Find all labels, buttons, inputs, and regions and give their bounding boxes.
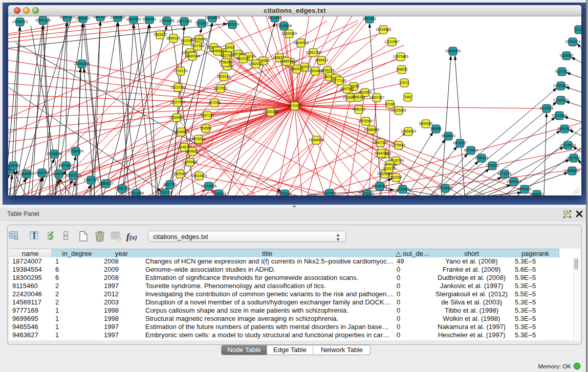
svg-text:14136141: 14136141 [372,184,387,188]
svg-text:19654984: 19654984 [169,116,184,119]
svg-text:1335061: 1335061 [8,164,20,167]
svg-text:2935114: 2935114 [475,156,488,160]
svg-text:6966160: 6966160 [143,17,157,21]
svg-text:8471676: 8471676 [498,172,512,176]
svg-text:12972: 12972 [400,81,409,84]
svg-text:10654112: 10654112 [506,180,521,183]
svg-text:1562610: 1562610 [249,62,263,65]
svg-text:18724007: 18724007 [287,104,302,107]
svg-text:9457791: 9457791 [163,183,177,186]
svg-text:15720407: 15720407 [358,119,374,123]
svg-text:1362611: 1362611 [290,67,303,71]
svg-text:12035404: 12035404 [564,169,580,172]
svg-text:20206536: 20206536 [47,152,62,156]
svg-text:8660124: 8660124 [167,36,181,40]
svg-text:23420046: 23420046 [185,54,200,58]
svg-text:14099489: 14099489 [182,160,198,164]
svg-text:7986324: 7986324 [352,95,365,99]
svg-text:13226058: 13226058 [191,37,207,41]
svg-text:9445012: 9445012 [530,192,544,195]
svg-text:1588524: 1588524 [280,59,294,63]
svg-text:10719155: 10719155 [159,19,175,23]
svg-text:10107552: 10107552 [170,100,185,104]
svg-text:7515526: 7515526 [195,21,209,25]
svg-text:16914479: 16914479 [191,174,207,178]
svg-text:14055713: 14055713 [12,20,28,24]
svg-text:10958107: 10958107 [98,182,114,185]
svg-text:12213967: 12213967 [384,40,400,43]
svg-text:16033809: 16033809 [205,16,220,19]
svg-text:19357210: 19357210 [59,16,75,19]
svg-text:9245012: 9245012 [212,192,226,195]
svg-text:8813054: 8813054 [268,16,282,19]
svg-text:1733426: 1733426 [396,187,410,191]
svg-text:11124: 11124 [574,28,581,31]
svg-text:15692921: 15692921 [557,127,572,130]
svg-text:19166827: 19166827 [173,130,189,134]
svg-text:10807487: 10807487 [369,96,384,99]
svg-text:1073342: 1073342 [360,192,374,195]
svg-text:10688609: 10688609 [364,128,379,132]
svg-text:2718176: 2718176 [174,69,188,73]
svg-text:12503135: 12503135 [66,173,81,177]
svg-text:5938923: 5938923 [442,134,455,138]
svg-text:10973493: 10973493 [393,55,408,58]
svg-text:12923468: 12923468 [128,191,144,195]
svg-text:15751074: 15751074 [565,40,580,43]
svg-text:14698222: 14698222 [185,149,200,153]
svg-text:748500: 748500 [396,68,408,71]
svg-text:17016504: 17016504 [560,143,576,147]
svg-text:10792759: 10792759 [157,191,172,194]
svg-text:21063532: 21063532 [110,16,125,19]
svg-text:19384554: 19384554 [309,138,324,142]
svg-text:7986322: 7986322 [352,107,366,111]
svg-text:12444129: 12444129 [553,98,569,102]
svg-text:19654923: 19654923 [401,129,416,133]
svg-text:18807249: 18807249 [373,141,388,144]
svg-text:252254: 252254 [390,176,402,179]
svg-text:7663822: 7663822 [154,33,167,36]
svg-text:6497568: 6497568 [340,87,354,91]
svg-text:9777169: 9777169 [333,79,346,82]
svg-text:3215958: 3215958 [540,106,554,110]
svg-text:1145194: 1145194 [52,172,66,176]
svg-text:7955812: 7955812 [315,58,329,62]
svg-text:1197956: 1197956 [323,191,336,195]
svg-text:11568629: 11568629 [19,172,34,176]
svg-text:8878314: 8878314 [192,137,206,141]
svg-text:10961758: 10961758 [306,51,321,54]
svg-text:19218506: 19218506 [276,24,292,28]
svg-text:16210643: 16210643 [552,114,567,117]
svg-text:6479197: 6479197 [453,141,467,145]
svg-text:7632621: 7632621 [486,164,499,167]
svg-text:1975692: 1975692 [392,143,406,147]
svg-text:10025433: 10025433 [391,108,406,112]
svg-text:2887682: 2887682 [363,17,377,20]
svg-text:9227342: 9227342 [555,70,569,73]
svg-text:10671355: 10671355 [177,19,192,23]
svg-text:9329965: 9329965 [560,54,574,57]
svg-text:9474444: 9474444 [464,148,478,152]
svg-text:10853257: 10853257 [75,16,91,20]
svg-text:9245652: 9245652 [518,187,532,191]
svg-text:16853267: 16853267 [93,16,108,18]
svg-text:153594: 153594 [200,126,212,130]
svg-text:946: 946 [405,95,411,99]
svg-text:11527602: 11527602 [126,17,141,21]
svg-text:8427552: 8427552 [214,86,228,90]
svg-text:12213369: 12213369 [170,85,186,89]
svg-text:9146822: 9146822 [211,49,225,53]
svg-text:16154808: 16154808 [376,28,391,31]
svg-text:20053346: 20053346 [74,62,90,65]
svg-text:30975887: 30975887 [58,164,74,167]
svg-text:15462: 15462 [225,46,235,49]
svg-text:9684062: 9684062 [375,151,388,155]
svg-text:7357224: 7357224 [226,23,239,26]
svg-text:3267130: 3267130 [201,114,214,117]
svg-text:9793556: 9793556 [278,192,292,195]
svg-text:7625402: 7625402 [173,172,187,176]
svg-text:20691406: 20691406 [35,18,51,22]
svg-text:12942757: 12942757 [34,171,50,174]
svg-text:417006: 417006 [209,101,221,104]
svg-text:17957225: 17957225 [83,178,99,182]
